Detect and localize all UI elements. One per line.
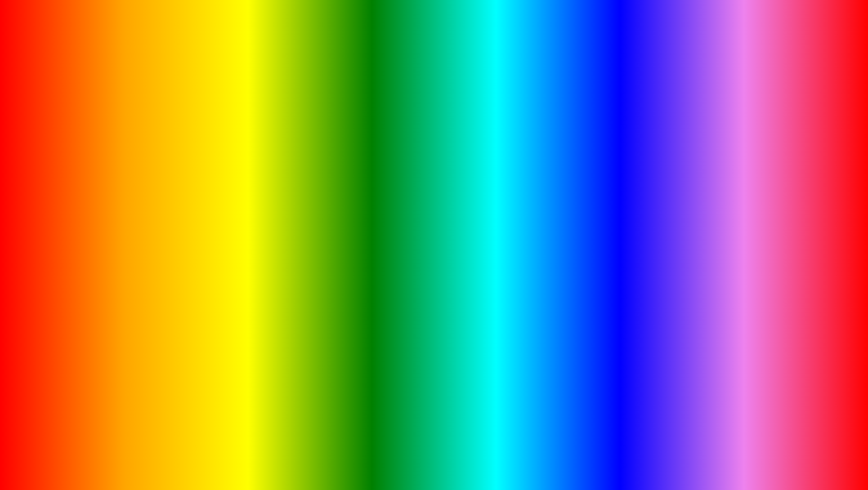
title-o: O — [290, 9, 345, 84]
sidebar-raid-awk[interactable]: Raid & Awk — [45, 223, 98, 239]
find-mirage-toggle[interactable] — [798, 225, 814, 233]
toggle-row-anti-out-game: Anti Out Game — [103, 174, 264, 188]
title-area: BLOX FRUITS — [4, 13, 864, 80]
sidebar-up-race[interactable]: UP Race [V4] — [45, 302, 98, 317]
find-mirage-hop-label: Find Mirage Island [Hop] — [654, 241, 713, 247]
bottom-banner: AUTO FARM SCRIPT PASTEBIN 💀 BL🔴X FRUITS — [4, 396, 864, 486]
sidebar-shop-race[interactable]: Shop & Race — [45, 270, 98, 286]
right-sidebar-devil[interactable]: Devil Fruit — [595, 239, 649, 254]
mirage-line-left — [654, 193, 710, 194]
toggle-knob — [256, 178, 263, 184]
character-area — [344, 94, 524, 296]
bring-monster-toggle[interactable] — [247, 192, 264, 200]
full-moon-title: [ Full Moon -Check- ] — [709, 162, 759, 169]
mirage-not-found: : Mirage Island Not Found — [654, 180, 717, 187]
section-line-right — [764, 165, 814, 166]
toggle-knob — [807, 204, 813, 210]
sidebar-auto-farm[interactable]: Auto Farm — [45, 160, 98, 176]
right-sidebar: PVP + Aimbot Stats & Sver Teleport Raid … — [595, 158, 649, 320]
screen-label: [ Screen ] — [173, 264, 194, 269]
toggle-knob — [256, 232, 263, 238]
mirage-line-right — [758, 193, 814, 194]
toggle-row-find-mirage: Find Mirage Island — [654, 222, 814, 236]
screen-bar: [ Screen ] — [103, 260, 264, 273]
left-gui-body: Auto Farm PVP + Aimbot Stats & Sver Tele… — [45, 158, 268, 320]
green-blob — [477, 336, 522, 390]
right-tag: [ MOBILE & PC ] — [691, 147, 734, 154]
left-gui-window: 🔥 #Coca↑ Hub [ MOBILE & PC ] [ RightCont… — [44, 143, 269, 321]
right-hub-name: 🔥 #Coca↑ Hub — [600, 147, 644, 155]
left-content: WARN: Use Anti When Farming! Anti Out Ga… — [99, 158, 268, 320]
fast-attack-toggle[interactable] — [247, 206, 264, 214]
mirage-island-header: [ Mirage Island ] — [654, 190, 814, 196]
warn-text: WARN: Use Anti When Farming! — [103, 162, 264, 169]
title-s: S — [626, 9, 674, 84]
title-u: U — [509, 9, 560, 84]
right-sidebar-teleport[interactable]: Teleport — [595, 192, 649, 207]
title-b: B — [194, 9, 246, 84]
right-gui-body: PVP + Aimbot Stats & Sver Teleport Raid … — [595, 158, 819, 320]
right-sidebar-stats[interactable]: Stats & Sver — [595, 176, 649, 192]
right-sidebar-up-race[interactable]: UP Race [V4] — [595, 286, 649, 302]
toggle-row-auto-click: Auto Click — [103, 243, 264, 258]
left-tag: [ MOBILE & PC ] — [141, 147, 183, 154]
orange-shape — [305, 341, 345, 400]
pink-blob — [639, 335, 675, 380]
left-hub-name: 🔥 #Coca↑ Hub — [49, 147, 94, 155]
section-line-left — [654, 165, 704, 166]
mirage-section-title: [ Mirage Island ] — [715, 190, 753, 196]
toggle-knob — [256, 247, 263, 253]
left-hub-icon: 🔥 — [49, 147, 58, 155]
fast-attack-label: Fast Attack [ Normal / ] — [103, 207, 158, 214]
title-t: T — [582, 9, 626, 84]
left-sidebar: Auto Farm PVP + Aimbot Stats & Sver Tele… — [45, 158, 99, 320]
screen-line-left — [107, 267, 169, 267]
title-r: R — [458, 9, 509, 84]
anti-out-game-label: Anti Out Game — [103, 178, 139, 184]
title-x: X — [345, 9, 393, 84]
super-fast-kick-toggle[interactable] — [247, 231, 264, 239]
toggle-knob — [807, 241, 813, 247]
logo-fruits-text: FRUITS — [744, 446, 805, 463]
toggle-knob — [807, 226, 813, 232]
screen-line-right — [198, 267, 260, 267]
right-content: [ Full Moon -Check- ] 3/5 : Full Moon 50… — [649, 158, 819, 320]
right-sidebar-esp[interactable]: Esp — [595, 223, 649, 239]
left-shortcut: [ RightControl ] — [231, 148, 264, 153]
sidebar-devil-fruit[interactable]: Devil Fruit — [45, 254, 98, 270]
right-sidebar-raid[interactable]: Raid & Awk — [595, 207, 649, 223]
toggle-knob — [256, 192, 263, 199]
sidebar-esp[interactable]: Esp — [45, 239, 98, 254]
toggle-row-find-mirage-hop: Find Mirage Island [Hop] — [654, 236, 814, 251]
sidebar-pvp-aimbot[interactable]: PVP + Aimbot — [45, 176, 98, 192]
logo-blox-text: BL🔴X — [744, 429, 805, 449]
right-gui-header: 🔥 #Coca↑ Hub [ MOBILE & PC ] [ RightCont… — [595, 144, 819, 158]
auto-click-label: Auto Click — [103, 247, 128, 253]
left-gui-header: 🔥 #Coca↑ Hub [ MOBILE & PC ] [ RightCont… — [45, 144, 268, 158]
toggle-row-auto-hanging: Auto Hanging Mirage island [FUNCTION IS … — [654, 200, 814, 215]
right-sidebar-checking[interactable]: Checking Status — [595, 302, 649, 317]
right-sidebar-shop-race[interactable]: Shop & Race — [595, 254, 649, 270]
toggle-row-fast-attack: Fast Attack [ Normal / ] — [103, 203, 264, 218]
bottom-pastebin-text: PASTEBIN — [506, 421, 697, 462]
title-i: I — [561, 9, 582, 84]
right-sidebar-misc[interactable]: Misc & Hop — [595, 270, 649, 286]
right-sidebar-pvp[interactable]: PVP + Aimbot — [595, 160, 649, 176]
bring-monster-label: Bring Monster [✓] — [103, 192, 146, 199]
bottom-farm-text: FARM — [190, 412, 344, 471]
anti-out-game-toggle[interactable] — [247, 177, 264, 185]
toggle-knob — [256, 207, 263, 214]
title-space — [393, 9, 414, 84]
auto-click-toggle[interactable] — [247, 246, 264, 254]
right-gui-window: 🔥 #Coca↑ Hub [ MOBILE & PC ] [ RightCont… — [595, 143, 819, 321]
title-f: F — [414, 9, 458, 84]
find-mirage-hop-toggle[interactable] — [798, 240, 814, 248]
sidebar-teleport[interactable]: Teleport — [45, 207, 98, 223]
full-moon-section-header: [ Full Moon -Check- ] — [654, 162, 814, 169]
right-hub-icon: 🔥 — [600, 147, 608, 155]
moon-status: 3/5 : Full Moon 50% — [654, 172, 814, 178]
sidebar-misc-hop[interactable]: Misc & Hop — [45, 286, 98, 302]
sidebar-stats-sver[interactable]: Stats & Sver — [45, 192, 98, 207]
auto-hanging-toggle[interactable] — [798, 203, 814, 211]
super-fast-warn: Super Fast Attack [ Lag For Weak Devices… — [103, 218, 264, 228]
